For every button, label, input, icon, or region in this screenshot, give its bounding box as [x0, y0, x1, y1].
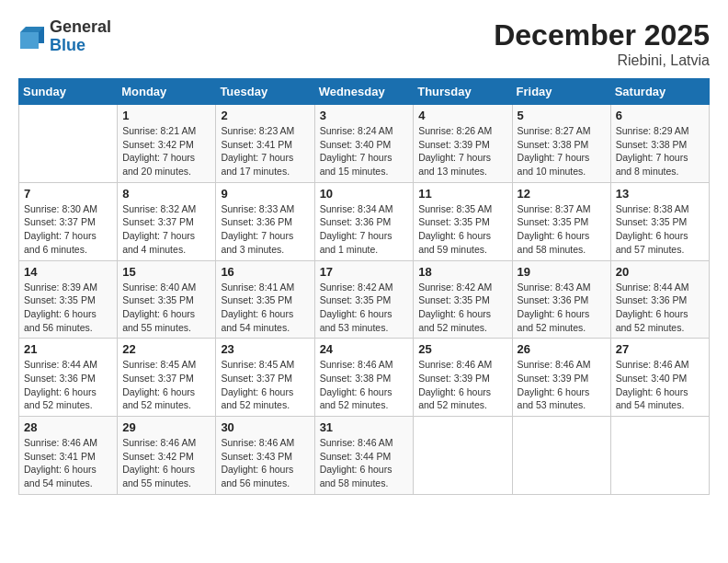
- logo-text: General Blue: [50, 18, 111, 55]
- day-number: 15: [122, 265, 210, 279]
- day-info: Sunrise: 8:24 AMSunset: 3:40 PMDaylight:…: [320, 124, 409, 178]
- day-info: Sunrise: 8:44 AMSunset: 3:36 PMDaylight:…: [616, 281, 704, 335]
- week-row-3: 21Sunrise: 8:44 AMSunset: 3:36 PMDayligh…: [19, 339, 710, 417]
- day-info: Sunrise: 8:43 AMSunset: 3:36 PMDaylight:…: [518, 281, 606, 335]
- title-block: December 2025 Riebini, Latvia: [494, 18, 710, 69]
- day-info: Sunrise: 8:40 AMSunset: 3:35 PMDaylight:…: [122, 281, 210, 335]
- calendar-cell: 3Sunrise: 8:24 AMSunset: 3:40 PMDaylight…: [314, 105, 414, 183]
- calendar-cell: 11Sunrise: 8:35 AMSunset: 3:35 PMDayligh…: [414, 182, 512, 260]
- day-number: 8: [122, 187, 210, 201]
- day-number: 14: [24, 265, 112, 279]
- calendar-cell: 8Sunrise: 8:32 AMSunset: 3:37 PMDaylight…: [118, 182, 216, 260]
- calendar-cell: [414, 417, 512, 495]
- day-info: Sunrise: 8:46 AMSunset: 3:38 PMDaylight:…: [320, 358, 409, 412]
- day-number: 28: [24, 420, 112, 434]
- day-number: 3: [320, 109, 409, 122]
- day-number: 12: [518, 187, 606, 201]
- week-row-1: 7Sunrise: 8:30 AMSunset: 3:37 PMDaylight…: [19, 182, 710, 260]
- calendar-cell: 9Sunrise: 8:33 AMSunset: 3:36 PMDaylight…: [216, 182, 314, 260]
- day-info: Sunrise: 8:27 AMSunset: 3:38 PMDaylight:…: [518, 124, 606, 178]
- calendar-table: SundayMondayTuesdayWednesdayThursdayFrid…: [18, 78, 710, 495]
- day-number: 5: [518, 109, 606, 122]
- day-info: Sunrise: 8:32 AMSunset: 3:37 PMDaylight:…: [122, 202, 210, 257]
- day-info: Sunrise: 8:33 AMSunset: 3:36 PMDaylight:…: [221, 202, 309, 257]
- calendar-cell: 23Sunrise: 8:45 AMSunset: 3:37 PMDayligh…: [216, 339, 314, 417]
- day-number: 13: [616, 187, 704, 201]
- calendar-cell: 18Sunrise: 8:42 AMSunset: 3:35 PMDayligh…: [414, 260, 512, 339]
- day-info: Sunrise: 8:41 AMSunset: 3:35 PMDaylight:…: [221, 281, 309, 335]
- day-info: Sunrise: 8:45 AMSunset: 3:37 PMDaylight:…: [221, 358, 309, 412]
- calendar-header: SundayMondayTuesdayWednesdayThursdayFrid…: [19, 79, 710, 105]
- day-info: Sunrise: 8:46 AMSunset: 3:43 PMDaylight:…: [221, 436, 309, 490]
- calendar-cell: 19Sunrise: 8:43 AMSunset: 3:36 PMDayligh…: [512, 260, 610, 339]
- calendar-title: December 2025: [494, 18, 710, 52]
- svg-marker-1: [20, 32, 39, 49]
- calendar-cell: 6Sunrise: 8:29 AMSunset: 3:38 PMDaylight…: [610, 105, 709, 183]
- logo-blue: Blue: [50, 37, 111, 55]
- header-sunday: Sunday: [19, 79, 118, 105]
- day-number: 29: [122, 420, 210, 434]
- calendar-cell: 7Sunrise: 8:30 AMSunset: 3:37 PMDaylight…: [19, 182, 118, 260]
- header-saturday: Saturday: [610, 79, 709, 105]
- calendar-cell: 30Sunrise: 8:46 AMSunset: 3:43 PMDayligh…: [216, 417, 314, 495]
- day-number: 23: [221, 342, 309, 356]
- calendar-cell: [19, 105, 118, 183]
- day-number: 9: [221, 187, 309, 201]
- day-info: Sunrise: 8:46 AMSunset: 3:39 PMDaylight:…: [418, 358, 506, 412]
- day-number: 16: [221, 265, 309, 279]
- day-number: 4: [418, 109, 506, 122]
- calendar-cell: 22Sunrise: 8:45 AMSunset: 3:37 PMDayligh…: [118, 339, 216, 417]
- day-number: 2: [221, 109, 309, 122]
- logo: General Blue: [18, 18, 111, 55]
- day-info: Sunrise: 8:44 AMSunset: 3:36 PMDaylight:…: [24, 358, 112, 412]
- calendar-cell: 26Sunrise: 8:46 AMSunset: 3:39 PMDayligh…: [512, 339, 610, 417]
- day-info: Sunrise: 8:34 AMSunset: 3:36 PMDaylight:…: [320, 202, 409, 257]
- day-info: Sunrise: 8:46 AMSunset: 3:39 PMDaylight:…: [518, 358, 606, 412]
- day-number: 6: [616, 109, 704, 122]
- calendar-cell: 20Sunrise: 8:44 AMSunset: 3:36 PMDayligh…: [610, 260, 709, 339]
- day-number: 18: [418, 265, 506, 279]
- day-info: Sunrise: 8:21 AMSunset: 3:42 PMDaylight:…: [122, 124, 210, 178]
- calendar-cell: 12Sunrise: 8:37 AMSunset: 3:35 PMDayligh…: [512, 182, 610, 260]
- calendar-cell: 29Sunrise: 8:46 AMSunset: 3:42 PMDayligh…: [118, 417, 216, 495]
- day-info: Sunrise: 8:23 AMSunset: 3:41 PMDaylight:…: [221, 124, 309, 178]
- calendar-cell: 15Sunrise: 8:40 AMSunset: 3:35 PMDayligh…: [118, 260, 216, 339]
- day-info: Sunrise: 8:46 AMSunset: 3:40 PMDaylight:…: [616, 358, 704, 412]
- header-friday: Friday: [512, 79, 610, 105]
- calendar-cell: 21Sunrise: 8:44 AMSunset: 3:36 PMDayligh…: [19, 339, 118, 417]
- calendar-cell: 17Sunrise: 8:42 AMSunset: 3:35 PMDayligh…: [314, 260, 414, 339]
- day-number: 1: [122, 109, 210, 122]
- calendar-cell: 1Sunrise: 8:21 AMSunset: 3:42 PMDaylight…: [118, 105, 216, 183]
- day-info: Sunrise: 8:39 AMSunset: 3:35 PMDaylight:…: [24, 281, 112, 335]
- week-row-0: 1Sunrise: 8:21 AMSunset: 3:42 PMDaylight…: [19, 105, 710, 183]
- logo-general: General: [50, 18, 111, 37]
- page-header: General Blue December 2025 Riebini, Latv…: [18, 18, 710, 69]
- calendar-body: 1Sunrise: 8:21 AMSunset: 3:42 PMDaylight…: [19, 105, 710, 495]
- week-row-2: 14Sunrise: 8:39 AMSunset: 3:35 PMDayligh…: [19, 260, 710, 339]
- week-row-4: 28Sunrise: 8:46 AMSunset: 3:41 PMDayligh…: [19, 417, 710, 495]
- day-info: Sunrise: 8:42 AMSunset: 3:35 PMDaylight:…: [320, 281, 409, 335]
- day-number: 22: [122, 342, 210, 356]
- calendar-cell: [610, 417, 709, 495]
- calendar-subtitle: Riebini, Latvia: [494, 52, 710, 69]
- day-info: Sunrise: 8:38 AMSunset: 3:35 PMDaylight:…: [616, 202, 704, 257]
- day-number: 26: [518, 342, 606, 356]
- header-thursday: Thursday: [414, 79, 512, 105]
- day-number: 10: [320, 187, 409, 201]
- calendar-cell: 24Sunrise: 8:46 AMSunset: 3:38 PMDayligh…: [314, 339, 414, 417]
- calendar-cell: 25Sunrise: 8:46 AMSunset: 3:39 PMDayligh…: [414, 339, 512, 417]
- calendar-cell: 4Sunrise: 8:26 AMSunset: 3:39 PMDaylight…: [414, 105, 512, 183]
- calendar-cell: 28Sunrise: 8:46 AMSunset: 3:41 PMDayligh…: [19, 417, 118, 495]
- day-info: Sunrise: 8:37 AMSunset: 3:35 PMDaylight:…: [518, 202, 606, 257]
- calendar-cell: 16Sunrise: 8:41 AMSunset: 3:35 PMDayligh…: [216, 260, 314, 339]
- calendar-cell: 14Sunrise: 8:39 AMSunset: 3:35 PMDayligh…: [19, 260, 118, 339]
- day-number: 7: [24, 187, 112, 201]
- header-tuesday: Tuesday: [216, 79, 314, 105]
- logo-icon: [18, 23, 46, 51]
- calendar-cell: 5Sunrise: 8:27 AMSunset: 3:38 PMDaylight…: [512, 105, 610, 183]
- day-number: 21: [24, 342, 112, 356]
- day-number: 24: [320, 342, 409, 356]
- day-number: 17: [320, 265, 409, 279]
- day-info: Sunrise: 8:45 AMSunset: 3:37 PMDaylight:…: [122, 358, 210, 412]
- day-info: Sunrise: 8:46 AMSunset: 3:42 PMDaylight:…: [122, 436, 210, 490]
